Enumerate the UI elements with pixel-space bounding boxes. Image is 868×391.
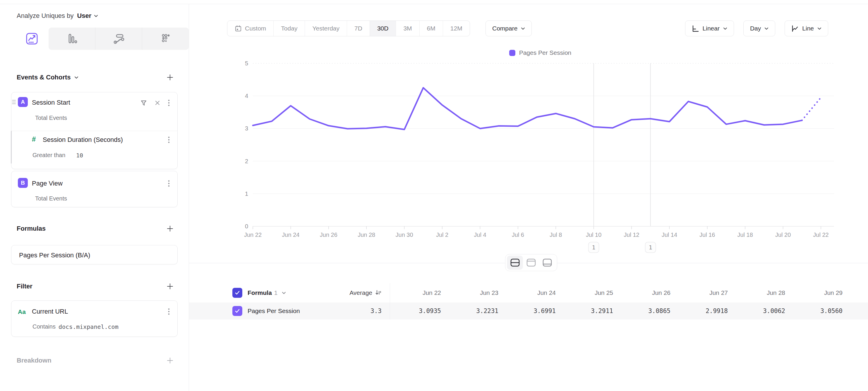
average-label: Average <box>349 289 372 296</box>
range-today[interactable]: Today <box>273 21 305 36</box>
cell-value: 3.2231 <box>447 303 505 319</box>
breakdown-section-title: Breakdown <box>17 357 52 364</box>
drag-handle-icon[interactable] <box>12 100 16 104</box>
analyze-uniques-label: Analyze Uniques by <box>17 12 73 20</box>
add-event-button[interactable] <box>166 74 174 81</box>
filter-card[interactable]: Aa Current URL Contains docs.mixpanel.co… <box>11 301 178 337</box>
analyze-uniques-value: User <box>77 12 91 20</box>
date-column-header[interactable]: Jun 29 <box>792 283 849 303</box>
kebab-menu-icon[interactable] <box>168 308 170 315</box>
table-row-left: Pages Per Session 3.3 <box>189 303 390 319</box>
layout-chart-only-button[interactable] <box>523 256 539 270</box>
formula-expression[interactable]: Pages Per Session (B/A) <box>19 251 90 259</box>
report-type-tabs <box>15 28 189 50</box>
x-axis-tick-label: Jun 26 <box>320 231 337 238</box>
x-axis-tick-label: Jul 16 <box>700 231 715 238</box>
tab-retention-report[interactable] <box>142 28 189 50</box>
kebab-menu-icon[interactable] <box>168 180 170 187</box>
analyze-uniques-header: Analyze Uniques by User <box>17 9 98 22</box>
date-column-header[interactable]: Jun 25 <box>562 283 620 303</box>
series-group-selector[interactable]: Formula 1 <box>248 289 286 296</box>
filter-value[interactable]: docs.mixpanel.com <box>59 323 119 330</box>
line-chart[interactable]: 01234511Jun 22Jun 24Jun 26Jun 28Jun 30Ju… <box>189 41 868 258</box>
series-line[interactable] <box>253 88 802 129</box>
date-column-header[interactable]: Jun 26 <box>620 283 677 303</box>
x-axis-tick-label: Jul 6 <box>512 231 524 238</box>
event-name[interactable]: Page View <box>32 180 63 187</box>
event-row-actions <box>168 180 170 187</box>
formula-card[interactable]: Pages Per Session (B/A) <box>11 245 178 264</box>
cell-value: 3.0062 <box>734 303 792 319</box>
layout-table-only-button[interactable] <box>539 256 555 270</box>
filter-operator[interactable]: Contains <box>32 323 56 330</box>
events-section-title[interactable]: Events & Cohorts <box>17 74 79 81</box>
range-yesterday[interactable]: Yesterday <box>305 21 347 36</box>
range-30d[interactable]: 30D <box>370 21 396 36</box>
filter-icon[interactable] <box>141 100 147 106</box>
series-average-value: 3.3 <box>371 307 390 314</box>
analyze-uniques-selector[interactable]: User <box>77 12 98 20</box>
filter-section-header: Filter <box>17 280 174 293</box>
range-7d[interactable]: 7D <box>347 21 370 36</box>
filter-property-name[interactable]: Current URL <box>32 308 68 315</box>
chevron-down-icon <box>74 76 79 79</box>
range-12m[interactable]: 12M <box>443 21 470 36</box>
date-column-header[interactable]: Jun 28 <box>734 283 792 303</box>
chart-type-label: Line <box>802 25 814 32</box>
events-section-header: Events & Cohorts <box>17 71 174 84</box>
metrics-grid-icon <box>159 32 173 46</box>
property-value[interactable]: 10 <box>76 152 83 159</box>
range-custom[interactable]: Custom <box>227 21 273 36</box>
date-column-header[interactable]: Jun 23 <box>447 283 505 303</box>
compare-button[interactable]: Compare <box>486 21 532 36</box>
y-axis-tick-label: 1 <box>245 191 248 197</box>
x-axis-tick-label: Jul 20 <box>775 231 791 238</box>
x-axis-tick-label: Jul 12 <box>624 231 639 238</box>
range-3m[interactable]: 3M <box>396 21 419 36</box>
table-row[interactable]: Pages Per Session 3.3 3.09353.22313.6991… <box>189 303 868 319</box>
x-axis-tick-label: Jul 2 <box>436 231 448 238</box>
kebab-menu-icon[interactable] <box>168 100 170 106</box>
event-metric[interactable]: Total Events <box>35 115 67 121</box>
cell-value: 3.0560 <box>792 303 849 319</box>
event-metric[interactable]: Total Events <box>35 195 67 202</box>
select-all-checkbox[interactable] <box>232 288 242 298</box>
chevron-down-icon <box>282 291 286 294</box>
range-6m[interactable]: 6M <box>420 21 443 36</box>
add-formula-button[interactable] <box>166 225 174 232</box>
check-icon <box>235 309 240 313</box>
scale-button[interactable]: Linear <box>685 21 734 36</box>
interval-label: Day <box>750 25 761 32</box>
event-card-session-start[interactable]: A Session Start Total Events # Session D… <box>11 92 178 169</box>
calendar-icon <box>235 25 242 32</box>
table-only-icon <box>542 258 552 267</box>
tab-insights[interactable] <box>15 28 49 50</box>
tab-flows-report[interactable] <box>95 28 142 50</box>
average-column-header[interactable]: Average <box>349 289 390 296</box>
date-column-header[interactable]: Jun 22 <box>390 283 447 303</box>
property-operator[interactable]: Greater than <box>32 152 65 159</box>
event-name[interactable]: Session Start <box>32 99 70 106</box>
y-axis-tick-label: 0 <box>245 223 248 229</box>
date-column-header[interactable]: Jun 24 <box>505 283 562 303</box>
events-section-title-text: Events & Cohorts <box>17 74 71 81</box>
series-line-incomplete <box>802 97 821 120</box>
y-axis-tick-label: 4 <box>245 93 248 99</box>
interval-button[interactable]: Day <box>743 21 775 36</box>
property-name[interactable]: Session Duration (Seconds) <box>43 136 123 144</box>
close-icon[interactable] <box>155 100 160 106</box>
chart-type-button[interactable]: Line <box>784 21 828 36</box>
series-group-number: 1 <box>274 289 278 296</box>
tab-bars-report[interactable] <box>49 28 95 50</box>
add-breakdown-button[interactable] <box>166 357 174 364</box>
add-filter-button[interactable] <box>166 283 174 290</box>
y-axis-tick-label: 3 <box>245 125 248 132</box>
x-axis-tick-label: Jul 8 <box>550 231 562 238</box>
chevron-down-icon <box>94 15 98 17</box>
layout-split-view-button[interactable] <box>507 256 523 270</box>
kebab-menu-icon[interactable] <box>168 136 170 143</box>
series-checkbox[interactable] <box>232 306 242 316</box>
nested-property-indicator <box>11 131 12 164</box>
event-card-page-view[interactable]: B Page View Total Events <box>11 171 178 207</box>
date-column-header[interactable]: Jun 27 <box>677 283 734 303</box>
